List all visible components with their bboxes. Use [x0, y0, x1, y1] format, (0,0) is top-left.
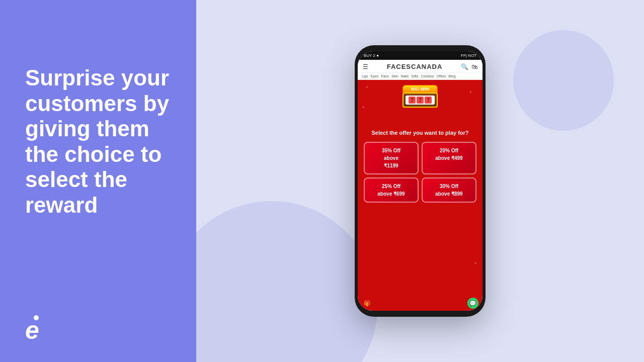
nav-bar: ☰ FACESCANADA 🔍 🛍 — [358, 60, 482, 73]
sparkle-1: ✦ — [365, 85, 369, 89]
nav-icons: 🔍 🛍 — [461, 63, 477, 70]
nav-item-nails[interactable]: Nails — [401, 74, 409, 78]
whatsapp-icon-button[interactable]: 💬 — [467, 298, 478, 309]
headline-area: Surprise your customers by giving them t… — [25, 25, 174, 218]
reel-3: 7 — [425, 97, 432, 104]
cart-icon[interactable]: 🛍 — [471, 63, 477, 70]
offer-card-1[interactable]: 35% Offabove₹1199 — [364, 142, 419, 174]
decorative-circle-small — [513, 30, 614, 131]
slot-reels: 7 7 7 — [406, 96, 435, 105]
engati-logo-icon: e — [25, 314, 51, 340]
big-win-banner: BIG WIN — [403, 85, 438, 93]
sparkle-3: ✦ — [362, 105, 365, 110]
offer-card-4-text: 30% Offabove ₹899 — [425, 183, 473, 198]
sparkle-4: ✦ — [474, 261, 477, 265]
decorative-circle-large — [196, 201, 377, 362]
nav-item-blog[interactable]: Blog — [449, 74, 456, 78]
status-right: FF| NOT — [461, 53, 476, 58]
sub-nav: Lips Eyes Face Skin Nails Gifts Combos O… — [358, 73, 482, 80]
offer-card-2-text: 20% Offabove ₹499 — [425, 147, 473, 162]
nav-item-gifts[interactable]: Gifts — [411, 74, 418, 78]
offer-card-4[interactable]: 30% Offabove ₹899 — [422, 177, 476, 203]
sparkle-2: ✦ — [469, 90, 472, 95]
offer-card-3[interactable]: 25% Offabove ₹699 — [364, 177, 419, 203]
nav-item-eyes[interactable]: Eyes — [371, 74, 379, 78]
search-icon[interactable]: 🔍 — [461, 63, 468, 70]
reel-1: 7 — [409, 97, 416, 104]
offer-card-3-text: 25% Offabove ₹699 — [367, 183, 416, 198]
slot-machine: BIG WIN 7 7 7 — [397, 85, 443, 125]
phone-bottom-bar: 🎁 💬 — [358, 296, 482, 311]
status-left: BUY 2 ● — [364, 53, 379, 58]
offer-card-2[interactable]: 20% Offabove ₹499 — [422, 142, 476, 174]
offers-grid: 35% Offabove₹1199 20% Offabove ₹499 25% … — [364, 142, 476, 203]
right-panel: BUY 2 ● FF| NOT ☰ FACESCANADA 🔍 🛍 Lips E… — [196, 0, 644, 362]
status-bar: BUY 2 ● FF| NOT — [358, 51, 482, 60]
offer-card-1-text: 35% Offabove₹1199 — [367, 147, 416, 169]
nav-item-combos[interactable]: Combos — [421, 74, 434, 78]
nav-item-skin[interactable]: Skin — [391, 74, 398, 78]
phone-mockup: BUY 2 ● FF| NOT ☰ FACESCANADA 🔍 🛍 Lips E… — [355, 45, 486, 317]
slot-body: 7 7 7 — [403, 93, 438, 108]
phone-screen: BUY 2 ● FF| NOT ☰ FACESCANADA 🔍 🛍 Lips E… — [358, 51, 482, 311]
headline-text: Surprise your customers by giving them t… — [25, 65, 174, 218]
phone-content: ✦ ✦ ✦ ✦ BIG WIN 7 7 7 — [358, 80, 482, 296]
offer-prompt: Select the offer you want to play for? — [371, 129, 468, 137]
logo-area: e — [25, 314, 174, 342]
nav-item-face[interactable]: Face — [381, 74, 389, 78]
brand-name: FACESCANADA — [387, 63, 443, 70]
gift-icon-button[interactable]: 🎁 — [362, 298, 373, 309]
reel-2: 7 — [417, 97, 424, 104]
svg-text:e: e — [25, 316, 39, 340]
nav-item-lips[interactable]: Lips — [362, 74, 368, 78]
nav-item-offers[interactable]: Offers — [437, 74, 446, 78]
left-panel: Surprise your customers by giving them t… — [0, 0, 196, 362]
hamburger-icon[interactable]: ☰ — [363, 63, 368, 70]
